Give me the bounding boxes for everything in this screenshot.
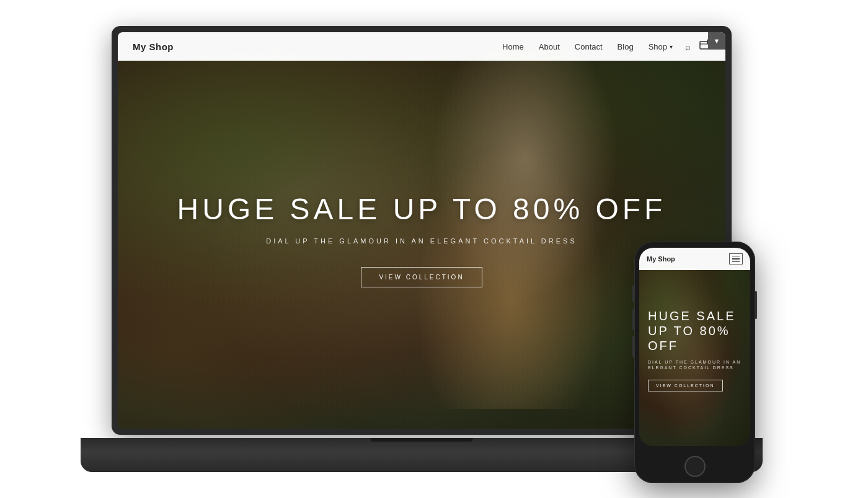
phone-screen: My Shop HUGE SALE UP TO 80% OFF DIAL UP … <box>639 248 750 446</box>
phone-outer: My Shop HUGE SALE UP TO 80% OFF DIAL UP … <box>634 242 755 483</box>
phone-volume-up-button <box>632 308 634 330</box>
phone-hero-title: HUGE SALE UP TO 80% OFF <box>648 308 742 353</box>
hamburger-line-3 <box>732 261 740 263</box>
chevron-down-icon: ▾ <box>670 43 673 50</box>
scene: ▼ My Shop Home About Contact Blog Shop <box>0 0 868 498</box>
phone-power-button <box>755 291 757 319</box>
laptop-nav-links: Home About Contact Blog Shop ▾ <box>502 42 673 51</box>
nav-about-link[interactable]: About <box>539 42 560 51</box>
phone-logo: My Shop <box>647 255 675 263</box>
phone-home-button[interactable] <box>684 456 706 477</box>
hamburger-line-2 <box>732 258 740 260</box>
search-icon[interactable]: ⌕ <box>685 42 691 52</box>
laptop-navbar: My Shop Home About Contact Blog Shop ▾ <box>118 32 725 61</box>
phone-volume-down-button <box>632 336 634 357</box>
nav-shop-link[interactable]: Shop ▾ <box>649 42 673 51</box>
phone-view-collection-button[interactable]: VIEW COLLECTION <box>648 380 723 391</box>
hamburger-line-1 <box>732 256 740 257</box>
laptop-view-collection-button[interactable]: VIEW COLLECTION <box>361 267 482 287</box>
corner-expand-icon[interactable]: ▼ <box>708 32 725 50</box>
hamburger-menu-button[interactable] <box>729 253 743 264</box>
nav-blog-link[interactable]: Blog <box>618 42 634 51</box>
phone-navbar: My Shop <box>639 248 750 270</box>
laptop-hero-subtitle: DIAL UP THE GLAMOUR IN AN ELEGANT COCKTA… <box>266 237 577 245</box>
phone-mute-button <box>632 285 634 302</box>
laptop-nav-icons: ⌕ 0 <box>685 41 711 53</box>
phone-hero-content: HUGE SALE UP TO 80% OFF DIAL UP THE GLAM… <box>639 248 750 446</box>
laptop-logo: My Shop <box>133 42 174 52</box>
nav-home-link[interactable]: Home <box>502 42 524 51</box>
nav-contact-link[interactable]: Contact <box>575 42 603 51</box>
laptop-hero-title: HUGE SALE UP TO 80% OFF <box>177 192 666 226</box>
phone-hero-subtitle: DIAL UP THE GLAMOUR IN AN ELEGANT COCKTA… <box>648 359 742 372</box>
phone-device: My Shop HUGE SALE UP TO 80% OFF DIAL UP … <box>634 242 755 483</box>
